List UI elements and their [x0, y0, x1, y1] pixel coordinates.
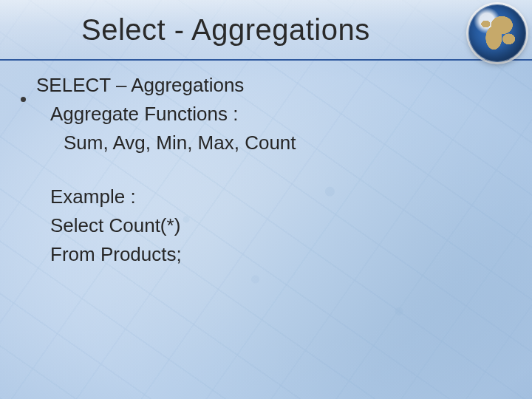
slide-title: Select - Aggregations [81, 13, 370, 47]
example-line-2: From Products; [50, 242, 502, 267]
slide-body: SELECT – Aggregations Aggregate Function… [21, 72, 502, 268]
slide: Select - Aggregations SELECT – Aggregati… [0, 0, 532, 399]
functions-list: Sum, Avg, Min, Max, Count [64, 130, 502, 156]
bullet-text: SELECT – Aggregations [36, 72, 244, 98]
bullet-dot-icon [21, 97, 26, 102]
example-label: Example : [50, 184, 502, 210]
bullet-item: SELECT – Aggregations [21, 72, 502, 98]
functions-label: Aggregate Functions : [50, 101, 502, 127]
spacer [21, 156, 502, 181]
globe-icon [468, 4, 526, 62]
example-line-1: Select Count(*) [50, 213, 502, 239]
title-bar: Select - Aggregations [0, 0, 532, 61]
